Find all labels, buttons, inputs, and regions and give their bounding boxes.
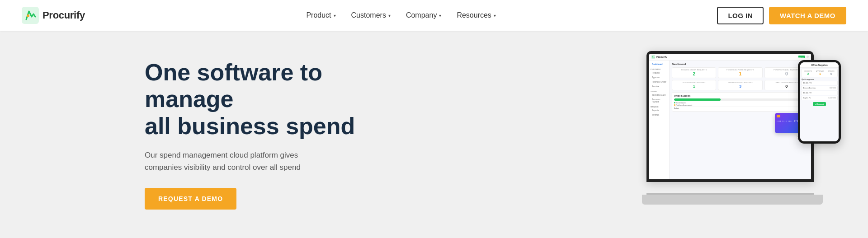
sidebar-section-purchase: Purchase <box>651 68 668 70</box>
laptop-mockup: Procurify + Request Dashboard <box>642 51 823 205</box>
stat-pending-orders-value: 2 <box>674 71 714 76</box>
svg-point-1 <box>27 14 29 17</box>
spend-pending-item: Total pending requests 2,000 USD <box>674 104 807 106</box>
customers-chevron-icon: ▾ <box>388 13 391 18</box>
sidebar-item-accounts-payable[interactable]: Accounts Payable <box>651 98 668 104</box>
spend-card-title: Office Supplies <box>674 94 807 97</box>
nav-company[interactable]: Company ▾ <box>400 8 448 23</box>
nav-product[interactable]: Product ▾ <box>300 8 342 23</box>
stat-expense-approval: EXPENSES PENDING APPROVALS 3 <box>718 80 762 90</box>
company-chevron-icon: ▾ <box>439 13 441 18</box>
spend-legend: Current spend 3,500 USD Total pending re… <box>674 102 807 106</box>
phone-list-item-0: Bill #13 - V4 <box>801 81 838 85</box>
sidebar-item-reports[interactable]: Reports <box>651 108 668 112</box>
sidebar-item-po[interactable]: Purchase Order <box>651 80 668 84</box>
sidebar-item-approve[interactable]: Approve <box>651 75 668 79</box>
stat-expense-approval-label: EXPENSES PENDING APPROVALS <box>720 82 760 84</box>
stat-orders-approval: ORDERS PENDING APPROVALS 1 <box>672 80 716 90</box>
hero-section: One software to manage all business spen… <box>0 31 868 238</box>
logo-link[interactable]: Procurify <box>22 7 85 24</box>
nav-customers[interactable]: Customers ▾ <box>345 8 397 23</box>
phone-list-item-3: Staples Pro 1,500 USD <box>801 96 838 100</box>
dash-logo-icon <box>651 55 655 59</box>
card-chip-icon <box>777 115 780 117</box>
hero-subtitle: Our spend management cloud platform give… <box>145 149 335 173</box>
dashboard-ui: Procurify + Request Dashboard <box>649 54 811 179</box>
manage-card-row: Manage card <box>672 134 809 139</box>
sidebar-item-spending-card[interactable]: Spending Card <box>651 93 668 97</box>
phone-header: Office Supplies <box>800 62 839 68</box>
phone-quick-approve-title: Quick approve <box>802 78 837 80</box>
resources-chevron-icon: ▾ <box>494 13 496 18</box>
sidebar-item-request[interactable]: Request <box>651 71 668 75</box>
stat-pending-orders: PENDING ORDER REQUESTS 2 <box>672 67 716 78</box>
sidebar-item-settings[interactable]: Settings <box>651 113 668 117</box>
stat-orders-approval-label: ORDERS PENDING APPROVALS <box>674 82 714 84</box>
product-mockup: Procurify + Request Dashboard <box>642 51 841 218</box>
phone-open-po-value: 0 <box>828 72 835 75</box>
phone-stats: Requests 2 Approvals 1 Open PO 0 <box>801 69 838 77</box>
dash-logo-row: Procurify <box>651 55 667 59</box>
phone-request-row: + Request <box>800 102 839 106</box>
spend-current-item: Current spend 3,500 USD <box>674 102 807 104</box>
avatar-icon <box>807 56 809 58</box>
nav-links: Product ▾ Customers ▾ Company ▾ Resource… <box>300 8 502 23</box>
spend-bar-fill <box>674 98 721 101</box>
product-chevron-icon: ▾ <box>334 13 336 18</box>
dash-logo-text: Procurify <box>656 56 667 58</box>
dash-spend-card: Office Supplies Current spend 3,500 USD <box>672 92 809 112</box>
phone-stat-open-po: Open PO 0 <box>828 70 835 75</box>
laptop-base <box>642 195 823 205</box>
laptop-screen: Procurify + Request Dashboard <box>646 51 814 182</box>
phone-list-item-2: Bill #22 - V2 <box>801 91 838 95</box>
dash-main: Dashboard PENDING ORDER REQUESTS 2 PENDI… <box>670 61 811 179</box>
spend-budget-row: Budget 10,000 USD <box>674 107 807 109</box>
stat-pending-expense: PENDING EXPENSE REQUESTS 1 <box>718 67 762 78</box>
login-button[interactable]: LOG IN <box>717 7 764 24</box>
request-badge: + Request <box>798 56 805 58</box>
pending-dot <box>674 104 675 106</box>
phone-approvals-value: 1 <box>816 72 824 75</box>
dash-layout: Dashboard Purchase Request Approve Purch… <box>649 61 811 179</box>
hero-title: One software to manage all business spen… <box>145 59 362 140</box>
phone-request-button[interactable]: + Request <box>813 102 826 106</box>
dash-page-title: Dashboard <box>672 63 809 65</box>
nav-actions: LOG IN WATCH A DEMO <box>717 7 846 24</box>
dash-approvals-row: ORDERS PENDING APPROVALS 1 EXPENSES PEND… <box>672 80 809 90</box>
stat-pending-expense-value: 1 <box>720 71 760 76</box>
phone-requests-value: 2 <box>804 72 812 75</box>
stat-orders-approval-value: 1 <box>674 84 714 89</box>
sidebar-item-receive[interactable]: Receive <box>651 84 668 89</box>
navbar: Procurify Product ▾ Customers ▾ Company … <box>0 0 868 31</box>
phone-stat-approvals: Approvals 1 <box>816 70 824 75</box>
sidebar-item-dashboard[interactable]: Dashboard <box>651 62 668 66</box>
phone-title: Office Supplies <box>802 64 837 66</box>
stat-pending-orders-label: PENDING ORDER REQUESTS <box>674 69 714 71</box>
stat-expense-approval-value: 3 <box>720 84 760 89</box>
dash-header: Procurify + Request <box>649 54 811 61</box>
phone-stat-requests: Requests 2 <box>804 70 812 75</box>
sidebar-section-manage: Manage <box>651 106 668 108</box>
procurify-logo-icon <box>22 7 39 24</box>
current-dot <box>674 102 675 103</box>
stat-pending-expense-label: PENDING EXPENSE REQUESTS <box>720 69 760 71</box>
watch-demo-button[interactable]: WATCH A DEMO <box>769 7 846 24</box>
dash-sidebar: Dashboard Purchase Request Approve Purch… <box>649 61 670 179</box>
request-demo-button[interactable]: REQUEST A DEMO <box>145 188 236 210</box>
dash-stats-row-1: PENDING ORDER REQUESTS 2 PENDING EXPENSE… <box>672 67 809 78</box>
phone-mockup: Office Supplies Requests 2 Approvals 1 O… <box>798 60 841 144</box>
hero-content: One software to manage all business spen… <box>145 59 362 210</box>
card-section: •••• •••• •••• 4736 VISA <box>672 113 809 133</box>
phone-list-item-1: Amazon Business 900 USD <box>801 86 838 90</box>
logo-text: Procurify <box>42 9 85 21</box>
sidebar-section-spend: Spend <box>651 90 668 93</box>
phone-inner: Office Supplies Requests 2 Approvals 1 O… <box>800 62 839 141</box>
spend-bar-container <box>674 98 807 101</box>
nav-resources[interactable]: Resources ▾ <box>450 8 502 23</box>
